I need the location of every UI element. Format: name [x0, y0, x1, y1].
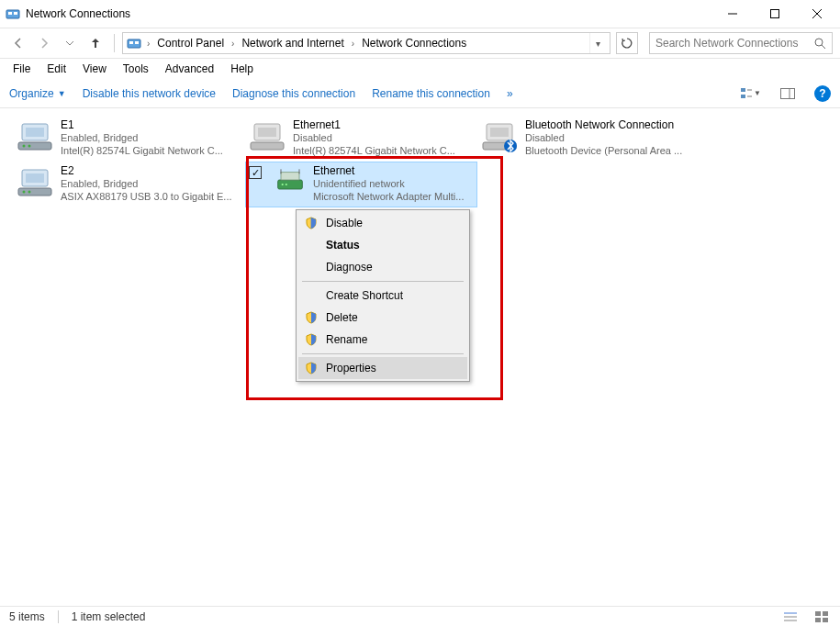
menu-edit[interactable]: Edit [39, 61, 73, 77]
svg-rect-46 [815, 618, 821, 622]
shield-icon [304, 361, 319, 375]
menu-bar: File Edit View Tools Advanced Help [0, 59, 840, 79]
status-bar: 5 items 1 item selected [0, 606, 840, 626]
adapter-item[interactable]: Bluetooth Network Connection Disabled Bl… [477, 116, 710, 162]
adapter-name: E1 [61, 118, 223, 132]
crumb-control-panel[interactable]: Control Panel [153, 33, 228, 53]
svg-point-22 [28, 145, 31, 148]
search-placeholder: Search Network Connections [655, 37, 798, 50]
bluetooth-adapter-icon [481, 118, 518, 155]
svg-rect-19 [26, 128, 44, 137]
crumb-network-internet[interactable]: Network and Internet [238, 33, 347, 53]
chevron-down-icon: ▼ [58, 89, 66, 98]
ctx-status[interactable]: Status [298, 234, 467, 256]
svg-rect-4 [771, 10, 779, 18]
ctx-disable[interactable]: Disable [298, 212, 467, 234]
crumb-network-connections[interactable]: Network Connections [358, 33, 470, 53]
adapter-item[interactable]: Ethernet1 Disabled Intel(R) 82574L Gigab… [245, 116, 477, 162]
view-options-button[interactable]: ▼ [741, 84, 761, 104]
rename-button[interactable]: Rename this connection [372, 87, 490, 100]
adapter-item[interactable]: E2 Enabled, Bridged ASIX AX88179 USB 3.0… [13, 162, 245, 207]
separator [114, 34, 115, 52]
menu-file[interactable]: File [6, 61, 38, 77]
adapter-status: Enabled, Bridged [61, 132, 223, 145]
adapter-name: Ethernet1 [293, 118, 455, 132]
disable-device-button[interactable]: Disable this network device [83, 87, 216, 100]
adapter-status: Unidentified network [313, 178, 464, 191]
svg-rect-27 [490, 128, 509, 137]
close-button[interactable] [796, 0, 838, 28]
ctx-rename[interactable]: Rename [298, 329, 467, 351]
svg-rect-31 [26, 173, 44, 183]
chevron-right-icon[interactable]: › [145, 39, 151, 49]
recent-locations-button[interactable] [59, 32, 81, 54]
svg-rect-36 [281, 173, 299, 180]
chevron-right-icon[interactable]: › [350, 39, 356, 49]
adapter-hardware: Intel(R) 82574L Gigabit Network C... [61, 145, 223, 158]
breadcrumb[interactable]: › Control Panel › Network and Internet ›… [122, 32, 610, 54]
search-icon[interactable] [814, 38, 826, 50]
menu-advanced[interactable]: Advanced [158, 61, 221, 77]
checkbox-checked-icon[interactable]: ✓ [249, 166, 262, 179]
refresh-button[interactable] [616, 32, 638, 54]
svg-point-40 [286, 184, 287, 185]
adapter-list: E1 Enabled, Bridged Intel(R) 82574L Giga… [13, 116, 827, 207]
chevron-right-icon[interactable]: › [230, 39, 236, 49]
search-input[interactable]: Search Network Connections [649, 32, 833, 54]
svg-point-10 [815, 39, 823, 46]
svg-rect-13 [741, 95, 745, 98]
maximize-button[interactable] [754, 0, 796, 28]
app-icon [6, 6, 20, 21]
menu-tools[interactable]: Tools [116, 61, 156, 77]
svg-line-11 [822, 45, 825, 49]
location-icon [127, 36, 141, 50]
forward-button[interactable] [33, 32, 55, 54]
help-button[interactable]: ? [814, 85, 831, 102]
menu-view[interactable]: View [75, 61, 114, 77]
status-selection-count: 1 item selected [72, 610, 146, 623]
shield-icon [304, 216, 319, 230]
back-button[interactable] [7, 32, 29, 54]
address-bar: › Control Panel › Network and Internet ›… [0, 28, 840, 59]
shield-icon [304, 332, 319, 347]
adapter-status: Enabled, Bridged [61, 178, 232, 191]
ctx-diagnose[interactable]: Diagnose [298, 256, 467, 278]
svg-rect-45 [823, 611, 828, 616]
context-menu: Disable Status Diagnose Create Shortcut … [296, 209, 470, 382]
svg-rect-9 [135, 41, 139, 44]
svg-point-34 [28, 191, 31, 194]
organize-button[interactable]: Organize ▼ [9, 87, 66, 100]
svg-point-39 [282, 184, 284, 185]
adapter-hardware: Microsoft Network Adapter Multi... [313, 191, 464, 204]
svg-rect-25 [251, 142, 284, 150]
details-view-button[interactable] [781, 609, 800, 624]
svg-rect-8 [129, 41, 133, 44]
window-title: Network Connections [26, 7, 711, 20]
ctx-delete[interactable]: Delete [298, 307, 467, 329]
title-bar: Network Connections [0, 0, 840, 28]
more-commands-button[interactable]: » [507, 87, 513, 100]
diagnose-button[interactable]: Diagnose this connection [232, 87, 355, 100]
svg-rect-16 [781, 88, 795, 98]
large-icons-view-button[interactable] [812, 609, 831, 624]
svg-rect-44 [815, 611, 821, 616]
adapter-name: E2 [61, 164, 232, 178]
adapter-hardware: Intel(R) 82574L Gigabit Network C... [293, 145, 455, 158]
context-menu-separator [302, 353, 464, 354]
svg-point-21 [23, 145, 26, 148]
svg-point-33 [23, 191, 26, 194]
network-adapter-icon [17, 118, 53, 155]
preview-pane-button[interactable] [778, 84, 798, 104]
ctx-create-shortcut[interactable]: Create Shortcut [298, 285, 467, 307]
up-button[interactable] [84, 32, 106, 54]
menu-help[interactable]: Help [223, 61, 261, 77]
adapter-item[interactable]: E1 Enabled, Bridged Intel(R) 82574L Giga… [13, 116, 245, 162]
address-dropdown-button[interactable]: ▾ [589, 33, 606, 53]
separator [58, 610, 59, 623]
adapter-status: Disabled [293, 132, 455, 145]
ctx-properties[interactable]: Properties [298, 357, 467, 379]
adapter-item-selected[interactable]: ✓ Ethernet Unidentified network Microsof… [245, 162, 477, 207]
command-bar: Organize ▼ Disable this network device D… [0, 79, 840, 108]
svg-rect-12 [741, 88, 745, 92]
minimize-button[interactable] [711, 0, 754, 28]
